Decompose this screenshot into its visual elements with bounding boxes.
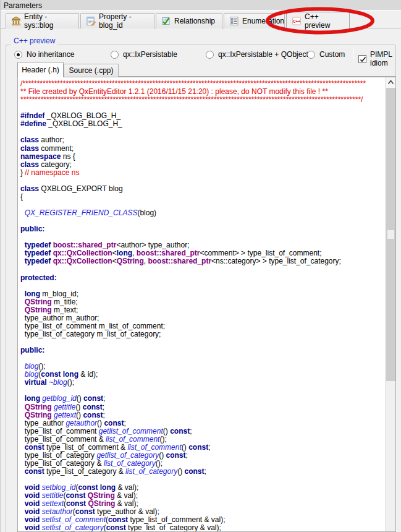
check-icon	[359, 56, 367, 64]
cpp-icon: C++	[292, 16, 302, 26]
tab-relationship[interactable]: Relationship	[156, 13, 222, 28]
tab-source-cpp-label: Source (.cpp)	[69, 66, 113, 75]
radio-custom[interactable]: Custom	[307, 50, 345, 59]
code-line: const type_list_of_category & list_of_ca…	[20, 468, 383, 476]
panel-title: Parameters	[4, 1, 42, 10]
code-line: #define _QXBLOG_BLOG_H_	[20, 120, 383, 128]
code-line: protected:	[20, 274, 383, 282]
radio-no-inheritance-label: No inheritance	[27, 50, 74, 59]
code-line: public:	[20, 225, 383, 233]
code-line: namespace ns {	[20, 153, 383, 161]
radio-ixpersistable[interactable]: qx::IxPersistable	[111, 50, 177, 59]
relationship-icon	[161, 16, 171, 26]
vertical-scrollbar[interactable]	[385, 77, 395, 531]
tab-entity-label: Entity - sys::blog	[24, 12, 74, 30]
code-editor[interactable]: /***************************************…	[17, 77, 396, 532]
code-line: } // namespace ns	[20, 169, 383, 177]
code-line	[20, 265, 383, 273]
radio-circle	[206, 51, 214, 59]
code-line	[20, 354, 383, 363]
parameters-panel: Parameters Entity - sys::blog	[0, 0, 401, 532]
radio-ixpersistable-qobject[interactable]: qx::IxPersistable + QObject	[206, 50, 308, 59]
pimpl-checkbox[interactable]: PIMPL idiom	[358, 50, 401, 67]
bank-icon	[11, 16, 21, 26]
code-line: QX_REGISTER_FRIEND_CLASS(blog)	[20, 209, 383, 217]
tab-enumeration-label: Enumeration	[242, 17, 284, 25]
code-line: void setlist_of_category(const type_list…	[20, 524, 383, 532]
tab-source-cpp[interactable]: Source (.cpp)	[64, 64, 119, 77]
checkbox-box	[358, 55, 366, 63]
scroll-up-button[interactable]	[386, 77, 396, 88]
tab-enumeration[interactable]: Enumeration	[224, 13, 285, 28]
code-line	[20, 128, 383, 136]
tab-cpp-preview[interactable]: C++ C++ preview	[286, 12, 350, 29]
radio-circle	[14, 51, 22, 59]
tab-header-h-label: Header (.h)	[22, 66, 59, 74]
radio-ixpersistable-label: qx::IxPersistable	[123, 50, 177, 59]
outer-tabbar: Entity - sys::blog Property - blog_id Re…	[1, 11, 401, 28]
pimpl-checkbox-label: PIMPL idiom	[370, 50, 401, 67]
svg-text:C++: C++	[293, 19, 300, 23]
tab-entity[interactable]: Entity - sys::blog	[6, 13, 79, 28]
radio-ixpersistable-qobject-label: qx::IxPersistable + QObject	[218, 50, 308, 59]
tab-cpp-preview-label: C++ preview	[305, 12, 344, 30]
radio-circle	[307, 51, 315, 59]
radio-circle	[111, 51, 119, 59]
code-line: typedef qx::QxCollection<QString, boost:…	[20, 257, 383, 265]
dock-titlebar: Parameters	[1, 0, 401, 11]
code-line: class author;	[20, 136, 383, 144]
code-line: virtual ~blog();	[20, 379, 383, 387]
toolbar-separator	[353, 48, 354, 60]
enumeration-icon	[229, 16, 239, 26]
radio-custom-label: Custom	[319, 50, 345, 59]
tab-property[interactable]: Property - blog_id	[80, 13, 154, 28]
tab-header-h[interactable]: Header (.h)	[17, 62, 64, 77]
chevron-up-icon	[386, 77, 396, 88]
tab-relationship-label: Relationship	[174, 17, 215, 25]
scrollbar-thumb[interactable]	[386, 88, 395, 381]
code-line: blog(const long & id);	[20, 371, 383, 379]
code-content: /***************************************…	[20, 80, 383, 532]
code-line	[20, 338, 383, 346]
radio-no-inheritance[interactable]: No inheritance	[14, 50, 74, 59]
code-line: public:	[20, 346, 383, 354]
code-line: class QXBLOG_EXPORT blog	[20, 185, 383, 193]
code-line: ****************************************…	[20, 96, 383, 104]
groupbox-title: C++ preview	[11, 36, 57, 45]
code-line: type_list_of_category m_list_of_category…	[20, 330, 383, 338]
code-line	[20, 217, 383, 225]
tab-property-label: Property - blog_id	[99, 12, 149, 30]
scrollbar-grip	[387, 230, 394, 239]
code-line: {	[20, 193, 383, 201]
property-icon	[86, 16, 96, 26]
